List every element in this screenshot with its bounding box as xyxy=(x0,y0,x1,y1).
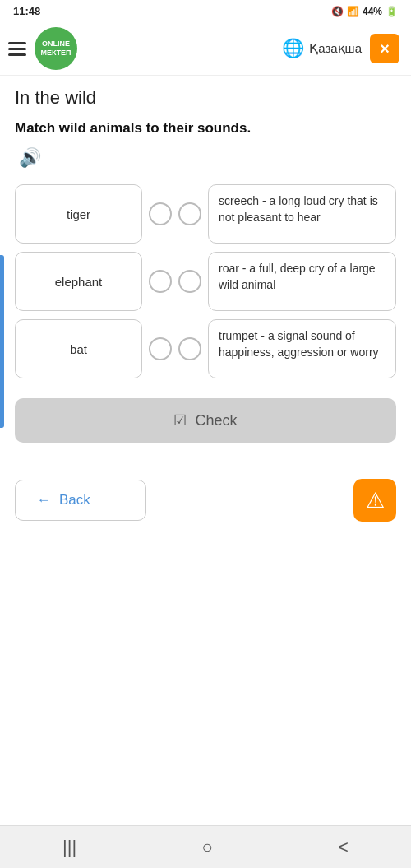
check-icon: ☑ xyxy=(173,411,187,429)
signal-icon: 📶 xyxy=(347,6,359,17)
nav-home-icon: ○ xyxy=(201,837,212,857)
warning-button[interactable]: ⚠ xyxy=(353,479,396,522)
radio-tiger-right[interactable] xyxy=(178,202,201,225)
hamburger-menu[interactable] xyxy=(8,42,26,56)
status-bar: 11:48 🔇 📶 44% 🔋 xyxy=(0,0,411,22)
nav-recents-button[interactable]: ||| xyxy=(46,830,93,865)
nav-home-button[interactable]: ○ xyxy=(185,830,229,865)
content-area: Match wild animals to their sounds. 🔊 ti… xyxy=(0,112,411,471)
task-label: Match wild animals to their sounds. xyxy=(15,120,396,137)
header-left: ONLINE МЕКТЕП xyxy=(8,27,77,70)
close-button[interactable]: × xyxy=(370,34,399,63)
radio-elephant-left[interactable] xyxy=(149,270,172,293)
check-button[interactable]: ☑ Check xyxy=(15,398,396,443)
animal-card-tiger: tiger xyxy=(15,184,142,244)
match-row-tiger: tiger screech - a long loud cry that is … xyxy=(15,184,396,244)
header-right: 🌐 Қазақша × xyxy=(282,34,399,63)
radio-pair-elephant xyxy=(149,270,201,293)
mute-icon: 🔇 xyxy=(331,6,344,17)
logo: ONLINE МЕКТЕП xyxy=(35,27,77,70)
status-time: 11:48 xyxy=(13,5,40,17)
lang-label: Қазақша xyxy=(309,41,362,56)
accent-bar xyxy=(0,255,4,428)
back-label: Back xyxy=(59,492,90,508)
warning-icon: ⚠ xyxy=(366,488,385,513)
sound-card-roar: roar - a full, deep cry of a large wild … xyxy=(208,252,396,311)
close-icon: × xyxy=(380,40,390,57)
language-button[interactable]: 🌐 Қазақша xyxy=(282,38,362,59)
radio-pair-bat xyxy=(149,337,201,360)
nav-bar: ||| ○ < xyxy=(0,825,411,868)
back-arrow-icon: ← xyxy=(37,492,51,508)
nav-recents-icon: ||| xyxy=(62,837,76,857)
check-label: Check xyxy=(195,412,237,429)
globe-icon: 🌐 xyxy=(282,38,304,59)
matching-area: tiger screech - a long loud cry that is … xyxy=(15,184,396,378)
radio-bat-left[interactable] xyxy=(149,337,172,360)
back-button[interactable]: ← Back xyxy=(15,480,146,521)
radio-tiger-left[interactable] xyxy=(149,202,172,225)
status-icons: 🔇 📶 44% 🔋 xyxy=(331,6,398,17)
battery-icon: 🔋 xyxy=(386,6,398,17)
animal-card-bat: bat xyxy=(15,319,142,378)
sound-card-screech: screech - a long loud cry that is not pl… xyxy=(208,184,396,244)
page-title: In the wild xyxy=(0,76,411,112)
battery-label: 44% xyxy=(363,6,382,17)
match-row-elephant: elephant roar - a full, deep cry of a la… xyxy=(15,252,396,311)
nav-back-icon: < xyxy=(338,837,349,857)
nav-back-button[interactable]: < xyxy=(321,830,365,865)
sound-card-trumpet: trumpet - a signal sound of happiness, a… xyxy=(208,319,396,378)
bottom-area: ← Back ⚠ xyxy=(0,471,411,530)
audio-button[interactable]: 🔊 xyxy=(15,143,44,173)
radio-pair-tiger xyxy=(149,202,201,225)
radio-elephant-right[interactable] xyxy=(178,270,201,293)
animal-card-elephant: elephant xyxy=(15,252,142,311)
match-row-bat: bat trumpet - a signal sound of happines… xyxy=(15,319,396,378)
radio-bat-right[interactable] xyxy=(178,337,201,360)
header: ONLINE МЕКТЕП 🌐 Қазақша × xyxy=(0,22,411,76)
